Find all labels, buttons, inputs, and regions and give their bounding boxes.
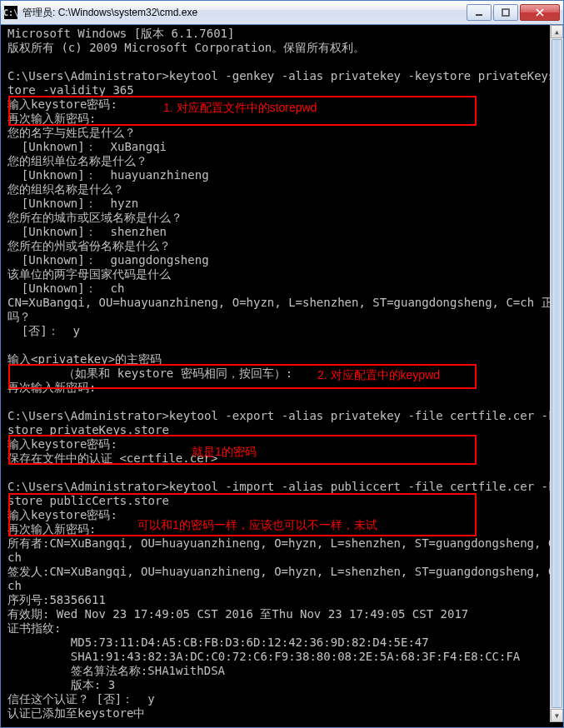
annotation-label: 可以和1的密码一样，应该也可以不一样，未试 <box>137 518 377 533</box>
maximize-button[interactable] <box>493 4 518 21</box>
window-title: 管理员: C:\Windows\system32\cmd.exe <box>22 6 465 20</box>
terminal-line: （如果和 keystore 密码相同，按回车）: <box>7 366 558 381</box>
terminal-line <box>7 395 558 409</box>
terminal-line: [Unknown]： XuBangqi <box>7 140 558 154</box>
terminal-line: ch <box>7 579 558 593</box>
terminal-line: 该单位的两字母国家代码是什么 <box>7 267 558 282</box>
terminal-line: 输入keystore密码: <box>7 437 558 451</box>
terminal-line: [否]： y <box>7 324 558 338</box>
terminal-line: C:\Users\Administrator>keytool -genkey -… <box>7 69 558 83</box>
scroll-thumb[interactable] <box>552 39 562 708</box>
terminal-line: CN=XuBangqi, OU=huayuanzhineng, O=hyzn, … <box>7 296 558 310</box>
terminal-line: [Unknown]： shenzhen <box>7 225 558 239</box>
scrollbar[interactable]: ▲ ▼ <box>550 25 563 722</box>
terminal-line: SHA1:91:43:82:3A:DC:C0:72:C6:F9:38:80:08… <box>7 650 558 664</box>
terminal-line: 证书指纹: <box>7 621 558 636</box>
terminal-line: [Unknown]： huayuanzhineng <box>7 168 558 182</box>
terminal-line: 版权所有 (c) 2009 Microsoft Corporation。保留所有… <box>7 41 558 55</box>
terminal-line <box>7 338 558 352</box>
scroll-up-button[interactable]: ▲ <box>551 25 563 38</box>
terminal-line: 保存在文件中的认证 <certfile.cer> <box>7 451 558 466</box>
app-icon: C:\ <box>4 6 17 19</box>
terminal-line: 输入<privatekey>的主密码 <box>7 352 558 366</box>
minimize-button[interactable] <box>467 4 492 21</box>
terminal-line: 您所在的城市或区域名称是什么？ <box>7 211 558 225</box>
terminal-line: tore -validity 365 <box>7 83 558 97</box>
terminal-line: Microsoft Windows [版本 6.1.7601] <box>7 27 558 41</box>
annotation-label: 2. 对应配置中的keypwd <box>317 368 440 383</box>
terminal-line: C:\Users\Administrator>keytool -export -… <box>7 409 558 423</box>
terminal-line: 所有者:CN=XuBangqi, OU=huayuanzhineng, O=hy… <box>7 536 558 551</box>
svg-rect-1 <box>502 9 509 16</box>
terminal-line: 再次输入新密码: <box>7 381 558 395</box>
terminal-line: 您的组织名称是什么？ <box>7 182 558 197</box>
terminal-line: 序列号:58356611 <box>7 593 558 607</box>
terminal-line: 签发人:CN=XuBangqi, OU=huayuanzhineng, O=hy… <box>7 565 558 579</box>
terminal-line: MD5:73:11:D4:A5:CB:FB:D3:6D:12:42:36:9D:… <box>7 636 558 650</box>
terminal-line: 您所在的州或省份名称是什么？ <box>7 239 558 253</box>
terminal-line <box>7 721 558 722</box>
terminal-line: 您的组织单位名称是什么？ <box>7 154 558 168</box>
terminal-line: [Unknown]： hyzn <box>7 197 558 211</box>
terminal-line: 认证已添加至keystore中 <box>7 706 558 721</box>
close-button[interactable] <box>520 4 560 21</box>
terminal-output[interactable]: Microsoft Windows [版本 6.1.7601]版权所有 (c) … <box>6 25 558 722</box>
terminal-line: ch <box>7 551 558 565</box>
terminal-line: [Unknown]： guangdongsheng <box>7 253 558 267</box>
cmd-window: C:\ 管理员: C:\Windows\system32\cmd.exe Mic… <box>0 0 564 728</box>
titlebar[interactable]: C:\ 管理员: C:\Windows\system32\cmd.exe <box>1 1 563 25</box>
terminal-line: store privateKeys.store <box>7 423 558 437</box>
terminal-line: [Unknown]： ch <box>7 282 558 296</box>
terminal-line <box>7 55 558 69</box>
terminal-line <box>7 466 558 480</box>
window-buttons <box>465 4 560 21</box>
terminal-line: C:\Users\Administrator>keytool -import -… <box>7 480 558 494</box>
annotation-label: 1. 对应配置文件中的storepwd <box>163 101 317 116</box>
terminal-line: 吗？ <box>7 310 558 324</box>
terminal-line: 您的名字与姓氏是什么？ <box>7 126 558 140</box>
terminal-line: store publicCerts.store <box>7 494 558 508</box>
terminal-line: 信任这个认证？ [否]： y <box>7 692 558 706</box>
scroll-down-button[interactable]: ▼ <box>551 709 563 722</box>
terminal-line: 签名算法名称:SHA1withDSA <box>7 664 558 678</box>
terminal-line: 版本: 3 <box>7 678 558 692</box>
annotation-label: 就是1的密码 <box>192 445 257 460</box>
terminal-line: 有效期: Wed Nov 23 17:49:05 CST 2016 至Thu N… <box>7 607 558 621</box>
